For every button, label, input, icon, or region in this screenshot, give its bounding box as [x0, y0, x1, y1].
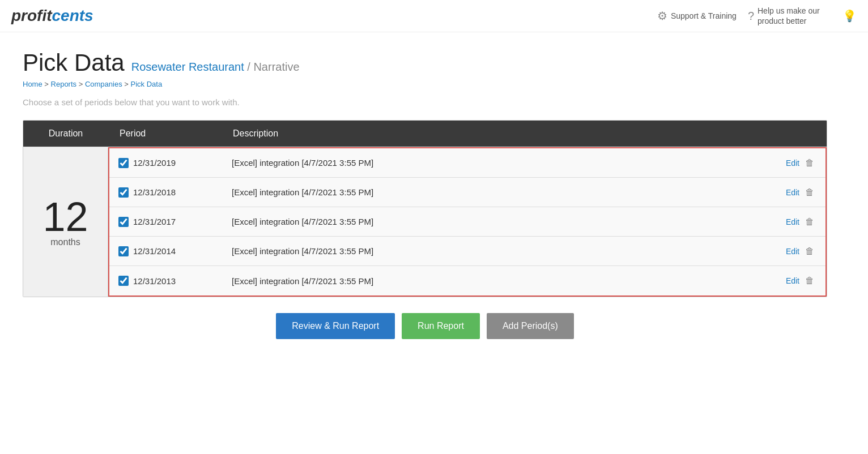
table-row: 12/31/2014[Excel] integration [4/7/2021 … — [109, 237, 826, 266]
table-row: 12/31/2019[Excel] integration [4/7/2021 … — [109, 148, 826, 178]
description-cell: [Excel] integration [4/7/2021 3:55 PM] — [223, 209, 758, 234]
delete-icon[interactable]: 🗑 — [805, 217, 814, 226]
breadcrumb-pick-data[interactable]: Pick Data — [131, 80, 163, 88]
edit-link[interactable]: Edit — [786, 188, 799, 197]
breadcrumb-reports[interactable]: Reports — [51, 80, 77, 88]
logo-profit: profit — [11, 7, 52, 24]
table-header: DurationPeriodDescription — [23, 121, 827, 147]
breadcrumb-sep1: > — [44, 80, 50, 88]
row-checkbox[interactable] — [118, 158, 129, 168]
edit-link[interactable]: Edit — [786, 217, 799, 226]
period-cell: 12/31/2017 — [109, 209, 223, 235]
subtitle-separator: / — [247, 61, 253, 73]
header-cell: Period — [108, 121, 222, 147]
period-value: 12/31/2018 — [133, 187, 176, 197]
edit-link[interactable]: Edit — [786, 159, 799, 168]
period-value: 12/31/2013 — [133, 276, 176, 286]
question-icon: ? — [748, 10, 754, 23]
page-title-row: Pick Data Rosewater Restaurant / Narrati… — [23, 49, 827, 76]
header: profitcents ⚙ Support & Training ? Help … — [0, 0, 868, 32]
row-checkbox[interactable] — [118, 187, 129, 198]
actions-cell: Edit🗑 — [758, 209, 826, 235]
main-content: Pick Data Rosewater Restaurant / Narrati… — [0, 32, 850, 356]
delete-icon[interactable]: 🗑 — [805, 276, 814, 285]
duration-column: 12months — [23, 147, 108, 297]
breadcrumb-home[interactable]: Home — [23, 80, 42, 88]
add-period-button[interactable]: Add Period(s) — [487, 313, 574, 339]
description-cell: [Excel] integration [4/7/2021 3:55 PM] — [223, 238, 758, 264]
period-cell: 12/31/2013 — [109, 268, 223, 294]
support-training-link[interactable]: ⚙ Support & Training — [657, 9, 737, 23]
table-row: 12/31/2018[Excel] integration [4/7/2021 … — [109, 178, 826, 207]
feedback-link[interactable]: ? Help us make our product better — [748, 6, 831, 26]
support-training-label: Support & Training — [671, 11, 737, 20]
description-cell: [Excel] integration [4/7/2021 3:55 PM] — [223, 150, 758, 175]
row-checkbox[interactable] — [118, 217, 129, 227]
company-link[interactable]: Rosewater Restaurant — [131, 61, 244, 73]
actions-cell: Edit🗑 — [758, 179, 826, 205]
duration-number: 12 — [42, 196, 88, 237]
breadcrumb-sep3: > — [124, 80, 130, 88]
period-value: 12/31/2017 — [133, 217, 176, 226]
gear-icon: ⚙ — [657, 9, 667, 23]
table-row: 12/31/2013[Excel] integration [4/7/2021 … — [109, 266, 826, 295]
edit-link[interactable]: Edit — [786, 247, 799, 256]
instruction-text: Choose a set of periods below that you w… — [23, 97, 827, 107]
lightbulb-icon[interactable]: 💡 — [843, 9, 857, 23]
delete-icon[interactable]: 🗑 — [805, 187, 814, 197]
period-cell: 12/31/2018 — [109, 179, 223, 205]
header-cell: Description — [222, 121, 759, 147]
description-cell: [Excel] integration [4/7/2021 3:55 PM] — [223, 179, 758, 205]
selected-rows-border: 12/31/2019[Excel] integration [4/7/2021 … — [108, 147, 827, 297]
run-report-button[interactable]: Run Report — [402, 313, 480, 339]
page-title: Pick Data — [23, 49, 125, 76]
actions-cell: Edit🗑 — [758, 268, 826, 294]
breadcrumb-sep2: > — [79, 80, 85, 88]
edit-link[interactable]: Edit — [786, 276, 799, 285]
review-run-button[interactable]: Review & Run Report — [276, 313, 395, 339]
period-cell: 12/31/2019 — [109, 150, 223, 176]
page-subtitle: Rosewater Restaurant / Narrative — [131, 61, 300, 74]
description-cell: [Excel] integration [4/7/2021 3:55 PM] — [223, 268, 758, 294]
row-checkbox[interactable] — [118, 276, 129, 286]
button-row: Review & Run Report Run Report Add Perio… — [23, 313, 827, 339]
feedback-label: Help us make our product better — [758, 6, 831, 26]
breadcrumb: Home > Reports > Companies > Pick Data — [23, 80, 827, 88]
header-right: ⚙ Support & Training ? Help us make our … — [657, 6, 857, 26]
header-cell — [759, 121, 827, 147]
row-checkbox[interactable] — [118, 246, 129, 256]
breadcrumb-companies[interactable]: Companies — [85, 80, 122, 88]
delete-icon[interactable]: 🗑 — [805, 158, 814, 168]
period-value: 12/31/2019 — [133, 158, 176, 168]
actions-cell: Edit🗑 — [758, 150, 826, 176]
period-value: 12/31/2014 — [133, 246, 176, 256]
duration-unit: months — [50, 237, 80, 247]
header-cell: Duration — [23, 121, 108, 147]
delete-icon[interactable]: 🗑 — [805, 246, 814, 256]
logo: profitcents — [11, 7, 93, 25]
rows-column: 12/31/2019[Excel] integration [4/7/2021 … — [108, 147, 827, 297]
actions-cell: Edit🗑 — [758, 238, 826, 264]
table-body: 12months12/31/2019[Excel] integration [4… — [23, 147, 827, 297]
subtitle-section: Narrative — [253, 61, 299, 73]
table-row: 12/31/2017[Excel] integration [4/7/2021 … — [109, 207, 826, 237]
logo-cents: cents — [52, 7, 93, 24]
table-wrapper: DurationPeriodDescription12months12/31/2… — [23, 120, 827, 297]
period-cell: 12/31/2014 — [109, 238, 223, 264]
